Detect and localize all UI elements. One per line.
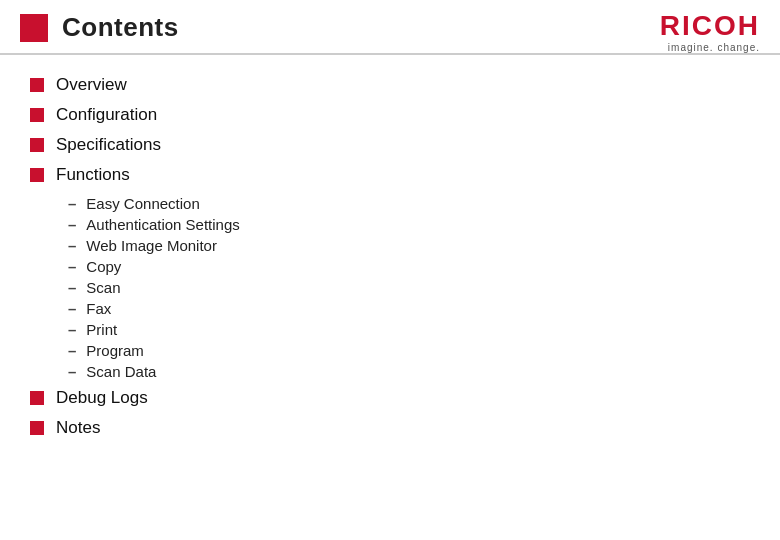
list-item-configuration: Configuration xyxy=(30,105,750,125)
label-specifications: Specifications xyxy=(56,135,161,155)
sub-item-scan-data: – Scan Data xyxy=(68,363,750,380)
sub-items-list: – Easy Connection – Authentication Setti… xyxy=(68,195,750,380)
label-configuration: Configuration xyxy=(56,105,157,125)
page-wrapper: Contents RICOH imagine. change. Overview… xyxy=(0,0,780,540)
sub-item-web-image-monitor: – Web Image Monitor xyxy=(68,237,750,254)
label-notes: Notes xyxy=(56,418,100,438)
sub-label-scan: Scan xyxy=(86,279,120,296)
dash-icon: – xyxy=(68,342,76,359)
sub-label-web-image-monitor: Web Image Monitor xyxy=(86,237,217,254)
ricoh-logo-tagline: imagine. change. xyxy=(668,42,760,53)
sub-label-scan-data: Scan Data xyxy=(86,363,156,380)
bottom-items-list: Debug Logs Notes xyxy=(30,388,750,438)
sub-item-copy: – Copy xyxy=(68,258,750,275)
ricoh-logo-text: RICOH xyxy=(660,12,760,40)
sub-item-authentication-settings: – Authentication Settings xyxy=(68,216,750,233)
dash-icon: – xyxy=(68,258,76,275)
sub-item-fax: – Fax xyxy=(68,300,750,317)
dash-icon: – xyxy=(68,300,76,317)
bullet-icon-configuration xyxy=(30,108,44,122)
bullet-icon-notes xyxy=(30,421,44,435)
sub-label-copy: Copy xyxy=(86,258,121,275)
sub-item-print: – Print xyxy=(68,321,750,338)
dash-icon: – xyxy=(68,279,76,296)
dash-icon: – xyxy=(68,321,76,338)
dash-icon: – xyxy=(68,237,76,254)
sub-item-program: – Program xyxy=(68,342,750,359)
sub-label-authentication-settings: Authentication Settings xyxy=(86,216,239,233)
sub-label-print: Print xyxy=(86,321,117,338)
list-item-notes: Notes xyxy=(30,418,750,438)
list-item-specifications: Specifications xyxy=(30,135,750,155)
bullet-icon-debug-logs xyxy=(30,391,44,405)
ricoh-logo: RICOH imagine. change. xyxy=(660,12,760,53)
content-area: Overview Configuration Specifications Fu… xyxy=(0,55,780,468)
header: Contents RICOH imagine. change. xyxy=(0,0,780,55)
bullet-icon-functions xyxy=(30,168,44,182)
label-overview: Overview xyxy=(56,75,127,95)
bullet-icon-specifications xyxy=(30,138,44,152)
sub-label-fax: Fax xyxy=(86,300,111,317)
sub-item-scan: – Scan xyxy=(68,279,750,296)
header-icon xyxy=(20,14,48,42)
list-item-debug-logs: Debug Logs xyxy=(30,388,750,408)
page-title: Contents xyxy=(62,12,179,43)
list-item-functions: Functions xyxy=(30,165,750,185)
list-item-overview: Overview xyxy=(30,75,750,95)
label-debug-logs: Debug Logs xyxy=(56,388,148,408)
bullet-icon-overview xyxy=(30,78,44,92)
dash-icon: – xyxy=(68,363,76,380)
label-functions: Functions xyxy=(56,165,130,185)
sub-item-easy-connection: – Easy Connection xyxy=(68,195,750,212)
dash-icon: – xyxy=(68,195,76,212)
sub-label-program: Program xyxy=(86,342,144,359)
dash-icon: – xyxy=(68,216,76,233)
sub-label-easy-connection: Easy Connection xyxy=(86,195,199,212)
